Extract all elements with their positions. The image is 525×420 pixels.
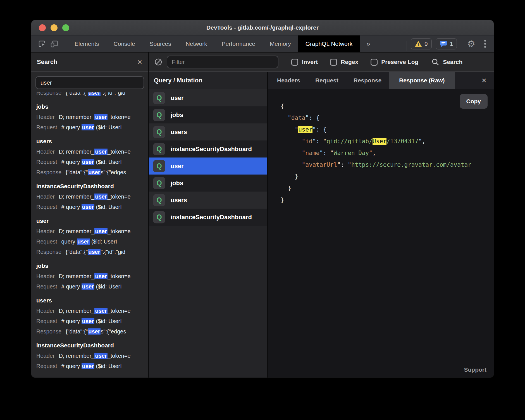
search-result-row[interactable]: Response{"data":{"users":{"edges [36, 326, 143, 337]
warnings-badge[interactable]: 9 [411, 38, 432, 49]
search-result-row[interactable]: HeaderD; remember_user_token=e [36, 147, 143, 157]
query-list-item-jobs[interactable]: Qjobs [149, 106, 267, 123]
tab-graphql-network[interactable]: GraphQL Network [298, 35, 360, 52]
search-result-row[interactable]: Response{"data":{"user":{"id":"gid [36, 247, 143, 257]
query-list-item-users[interactable]: Qusers [149, 192, 267, 209]
tab-memory[interactable]: Memory [262, 35, 298, 52]
search-match-highlight: user [82, 124, 94, 130]
search-result-row[interactable]: Request# query user ($id: UserI [36, 281, 143, 292]
issues-badge[interactable]: 1 [436, 38, 457, 49]
search-result-row[interactable]: Response{"data":{"users":{"edges [36, 167, 143, 178]
detail-tab-headers[interactable]: Headers [269, 72, 308, 89]
json-line: "data": { [281, 112, 494, 124]
devtools-tabs: ElementsConsoleSourcesNetworkPerformance… [67, 35, 360, 52]
query-list-item-users[interactable]: Qusers [149, 123, 267, 140]
query-list-item-instancesecuritydashboard[interactable]: QinstanceSecurityDashboard [149, 209, 267, 226]
search-result-row[interactable]: HeaderD; remember_user_token=e [36, 351, 143, 361]
toolbar-divider [64, 41, 64, 51]
result-row-text: # query user ($id: UserI [61, 122, 122, 133]
close-detail-icon[interactable]: × [474, 72, 494, 89]
copy-button[interactable]: Copy [460, 94, 488, 109]
json-token: ": " [319, 150, 334, 156]
toolbar-divider [461, 41, 461, 51]
search-result-row[interactable]: Response{"data":{"user":{"id":"gid [36, 92, 143, 98]
result-text-segment: {"data":{" [66, 328, 88, 335]
search-result-row[interactable]: Requestquery user ($id: UserI [36, 237, 143, 247]
result-row-label: Response [36, 92, 61, 98]
query-list-item-instancesecuritydashboard[interactable]: QinstanceSecurityDashboard [149, 140, 267, 157]
result-row-text: # query user ($id: UserI [61, 281, 122, 292]
query-type-badge: Q [153, 92, 165, 104]
result-text-segment: ($id: UserI [94, 363, 122, 369]
search-result-row[interactable]: HeaderD; remember_user_token=e [36, 112, 143, 122]
search-icon[interactable] [431, 58, 440, 66]
warning-icon [415, 40, 422, 47]
json-token: { [281, 103, 284, 109]
json-token: " [281, 138, 306, 145]
query-type-badge: Q [153, 160, 165, 172]
result-text-segment: {"data":{" [66, 92, 88, 96]
query-list-item-user[interactable]: Quser [149, 157, 267, 175]
tab-sources[interactable]: Sources [142, 35, 178, 52]
json-line: } [281, 182, 494, 194]
search-input[interactable] [35, 76, 144, 89]
json-token: " [281, 161, 306, 168]
query-type-badge: Q [153, 126, 165, 138]
inspect-element-icon[interactable] [36, 38, 48, 50]
more-tabs-chevron-icon[interactable]: » [360, 35, 377, 52]
search-result-group-title[interactable]: jobs [36, 101, 143, 112]
search-control-label[interactable]: Search [443, 59, 462, 65]
tab-elements[interactable]: Elements [67, 35, 106, 52]
query-type-badge: Q [153, 109, 165, 121]
tab-performance[interactable]: Performance [214, 35, 262, 52]
detail-tab-response[interactable]: Response [346, 72, 389, 89]
json-token: https://secure.gravatar.com/avatar [351, 161, 471, 168]
settings-gear-icon[interactable]: ⚙ [465, 39, 478, 48]
window-title: DevTools - gitlab.com/-/graphql-explorer [31, 24, 494, 31]
filter-input[interactable] [167, 56, 278, 68]
support-link[interactable]: Support [464, 366, 486, 373]
search-result-row[interactable]: Request# query user ($id: UserI [36, 361, 143, 371]
query-list-item-user[interactable]: Quser [149, 89, 267, 106]
search-result-row[interactable]: Request# query user ($id: UserI [36, 316, 143, 326]
close-search-panel-icon[interactable]: × [137, 58, 148, 66]
search-result-row[interactable]: Request# query user ($id: UserI [36, 157, 143, 167]
message-icon [440, 40, 447, 47]
query-list-item-jobs[interactable]: Qjobs [149, 175, 267, 192]
result-row-text: D; remember_user_token=e [59, 147, 131, 157]
device-toolbar-icon[interactable] [48, 38, 60, 50]
json-token: } [281, 173, 298, 180]
detail-tab-response-raw[interactable]: Response (Raw) [389, 72, 455, 89]
clear-block-icon[interactable] [154, 58, 163, 66]
regex-checkbox[interactable]: Regex [330, 59, 358, 66]
result-row-label: Header [36, 192, 55, 202]
more-options-icon[interactable] [481, 40, 489, 48]
result-row-label: Response [36, 167, 61, 178]
search-result-group-title[interactable]: instanceSecurityDashboard [36, 181, 143, 192]
result-row-text: {"data":{"users":{"edges [66, 326, 126, 337]
query-item-label: users [171, 197, 187, 204]
tab-console[interactable]: Console [106, 35, 142, 52]
search-result-group-title[interactable]: jobs [36, 261, 143, 271]
invert-checkbox[interactable]: Invert [291, 59, 318, 66]
search-match-highlight: user [82, 283, 94, 290]
search-match-highlight: user [94, 149, 107, 155]
result-text-segment: _token=e [108, 149, 131, 155]
search-result-group-title[interactable]: users [36, 295, 143, 306]
search-match-highlight: user [88, 249, 101, 255]
search-result-group-title[interactable]: user [36, 216, 143, 226]
message-count: 1 [450, 40, 453, 47]
tab-network[interactable]: Network [178, 35, 214, 52]
search-result-row[interactable]: HeaderD; remember_user_token=e [36, 306, 143, 316]
search-result-row[interactable]: Request# query user ($id: UserI [36, 122, 143, 133]
result-row-text: {"data":{"user":{"id":"gid [66, 247, 125, 257]
search-result-row[interactable]: HeaderD; remember_user_token=e [36, 271, 143, 281]
search-result-group-title[interactable]: instanceSecurityDashboard [36, 340, 143, 351]
search-result-row[interactable]: HeaderD; remember_user_token=e [36, 226, 143, 237]
search-result-row[interactable]: Request# query user ($id: UserI [36, 202, 143, 212]
search-result-group-title[interactable]: users [36, 136, 143, 147]
json-token: avatarUrl [306, 161, 337, 168]
detail-tab-request[interactable]: Request [308, 72, 346, 89]
preserve-log-checkbox[interactable]: Preserve Log [371, 59, 418, 66]
search-result-row[interactable]: HeaderD; remember_user_token=e [36, 192, 143, 202]
